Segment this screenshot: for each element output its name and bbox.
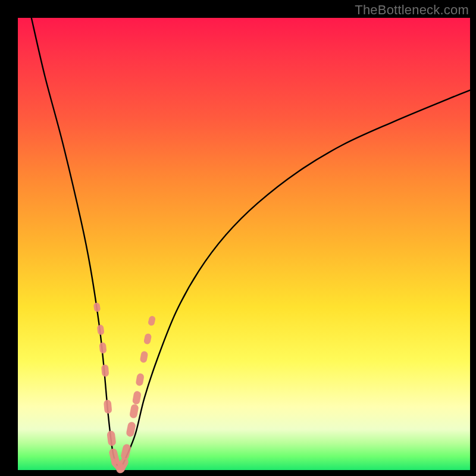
highlight-marker [104,399,112,414]
highlight-marker [120,443,131,461]
highlight-marker [129,403,139,418]
highlight-marker [148,315,156,326]
highlight-marker [101,364,109,377]
highlight-marker [99,342,107,354]
watermark-text: TheBottleneck.com [355,2,469,18]
highlight-marker [143,333,152,345]
highlight-marker [93,302,101,312]
chart-frame: TheBottleneck.com [0,0,476,476]
highlight-marker [132,390,142,405]
highlight-marker [97,324,105,335]
highlight-marker [135,373,144,387]
highlight-marker [107,430,116,446]
highlight-marker [140,350,149,363]
chart-overlay [0,0,476,476]
bottleneck-curve [32,18,470,467]
